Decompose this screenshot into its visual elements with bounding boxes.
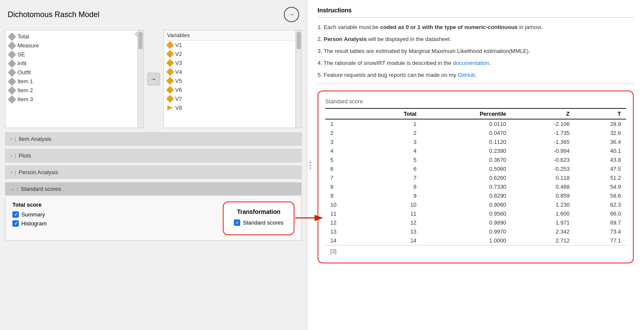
var-item-se: SE <box>6 50 143 59</box>
cell-z-4: -0.623 <box>511 155 575 164</box>
table-row: 8 8 0.7330 0.488 54.9 <box>325 182 626 191</box>
table-row: 9 9 0.8290 0.859 58.6 <box>325 191 626 200</box>
instruction-1: 1. Each variable must be coded as 0 or 1… <box>318 23 634 32</box>
var-label-measure: Measure <box>17 42 39 49</box>
left-list-scrollbar[interactable] <box>137 30 143 128</box>
left-variable-list[interactable]: Total Measure SE Infit Outfit <box>5 30 144 128</box>
table-row: 13 13 0.9970 2.342 73.4 <box>325 227 626 236</box>
standard-scores-checkbox[interactable] <box>234 219 240 226</box>
var-label-v1: V1 <box>175 42 182 48</box>
var-label-item1: Item 1 <box>17 78 33 85</box>
move-to-right-button[interactable]: → <box>147 73 160 85</box>
cell-t-5: 47.5 <box>575 164 626 173</box>
table-footer: [3] <box>325 245 626 256</box>
var-diamond-v1 <box>166 41 174 49</box>
chevron-standard-scores: ⌄ <box>11 187 14 191</box>
github-link[interactable]: GitHub <box>458 72 475 78</box>
accordion-label-standard-scores: Standard scores <box>20 186 61 192</box>
accordion-header-person-analysis[interactable]: › | Person Analysis <box>5 166 302 179</box>
accordion-header-standard-scores[interactable]: ⌄ | Standard scores <box>5 182 302 196</box>
col-header-row <box>325 108 365 119</box>
var-diamond-total <box>8 32 16 41</box>
table-row: 12 12 0.9890 1.971 69.7 <box>325 218 626 227</box>
cell-total-11: 12 <box>365 218 422 227</box>
cell-percentile-4: 0.3670 <box>422 155 511 164</box>
cell-total-2: 3 <box>365 137 422 146</box>
var-label-total: Total <box>17 33 29 40</box>
var-item-outfit: Outfit <box>6 68 143 77</box>
cell-z-13: 2.712 <box>511 236 575 245</box>
cell-row-5: 6 <box>325 164 365 173</box>
transformation-area: Transformation Standard scores <box>223 202 294 235</box>
cell-z-9: 1.230 <box>511 200 575 209</box>
histogram-checkbox[interactable] <box>12 220 19 227</box>
histogram-label: Histogram <box>21 220 47 227</box>
var-label-v4: V4 <box>175 69 182 75</box>
table-row: 3 3 0.1120 -1.365 36.4 <box>325 137 626 146</box>
accordion-label-person-analysis: Person Analysis <box>19 169 58 175</box>
resize-handle[interactable] <box>309 161 311 169</box>
standard-scores-label: Standard scores <box>243 219 283 226</box>
transformation-box: Transformation Standard scores <box>223 202 294 235</box>
cell-total-7: 8 <box>365 182 422 191</box>
scroll-thumb <box>138 32 143 49</box>
cell-row-10: 11 <box>325 209 365 218</box>
right-variable-list[interactable]: Variables V1 V2 V3 V4 <box>163 30 302 128</box>
col-header-total: Total <box>365 108 422 119</box>
var-diamond-v7 <box>166 95 174 102</box>
instructions-title: Instructions <box>318 7 634 14</box>
col-header-z: Z <box>511 108 575 119</box>
cell-row-12: 13 <box>325 227 365 236</box>
var-diamond-se <box>8 50 16 59</box>
right-list-scrollbar[interactable] <box>295 30 301 128</box>
chevron-person-analysis: › <box>11 170 12 175</box>
table-row: 6 6 0.5060 -0.253 47.5 <box>325 164 626 173</box>
cell-t-4: 43.8 <box>575 155 626 164</box>
table-body: 1 1 0.0110 -2.106 28.9 2 2 0.0470 -1.735… <box>325 119 626 245</box>
cell-percentile-10: 0.9560 <box>422 209 511 218</box>
summary-checkbox[interactable] <box>12 211 19 218</box>
cell-t-0: 28.9 <box>575 119 626 128</box>
cell-row-6: 7 <box>325 173 365 182</box>
var-item-item3: Item 3 <box>6 95 143 104</box>
resize-dot-3 <box>309 167 311 169</box>
table-row: 5 5 0.3670 -0.623 43.8 <box>325 155 626 164</box>
var-diamond-item3 <box>8 95 16 104</box>
var-diamond-v2 <box>166 50 174 58</box>
instructions-divider <box>318 17 634 18</box>
cell-z-10: 1.600 <box>511 209 575 218</box>
cell-percentile-11: 0.9890 <box>422 218 511 227</box>
cell-total-13: 14 <box>365 236 422 245</box>
var-item-item2: Item 2 <box>6 86 143 95</box>
accordion-header-plots[interactable]: › | Plots <box>5 149 302 162</box>
summary-label: Summary <box>21 211 45 218</box>
score-table: Total Percentile Z T 1 1 0.0110 -2.106 2… <box>325 108 626 256</box>
table-footnote: [3] <box>325 245 626 256</box>
cell-total-6: 7 <box>365 173 422 182</box>
var-item-measure: Measure <box>6 41 143 50</box>
right-panel: Instructions 1. Each variable must be co… <box>307 0 644 330</box>
pipe-item-analysis: | <box>15 136 16 142</box>
cell-total-1: 2 <box>365 128 422 137</box>
total-score-label: Total score <box>12 202 214 208</box>
standard-scores-checkbox-row: Standard scores <box>234 219 283 226</box>
cell-row-1: 2 <box>325 128 365 137</box>
accordion-header-item-analysis[interactable]: › | Item Analysis <box>5 132 302 146</box>
cell-row-7: 8 <box>325 182 365 191</box>
chevron-plots: › <box>11 153 12 158</box>
cell-total-3: 4 <box>365 146 422 155</box>
cell-total-10: 11 <box>365 209 422 218</box>
var-item-v3: V3 <box>164 58 302 67</box>
var-diamond-outfit <box>8 68 16 77</box>
cell-z-8: 0.859 <box>511 191 575 200</box>
var-item-item1: Item 1 <box>6 77 143 86</box>
cell-row-8: 9 <box>325 191 365 200</box>
cell-t-7: 54.9 <box>575 182 626 191</box>
cell-z-7: 0.488 <box>511 182 575 191</box>
nav-arrow-button[interactable]: → <box>284 7 299 22</box>
right-scroll-thumb <box>297 32 301 49</box>
cell-total-9: 10 <box>365 200 422 209</box>
table-row: 11 11 0.9560 1.600 66.0 <box>325 209 626 218</box>
summary-checkbox-row: Summary <box>12 211 214 218</box>
documentation-link[interactable]: documentation <box>453 60 489 66</box>
